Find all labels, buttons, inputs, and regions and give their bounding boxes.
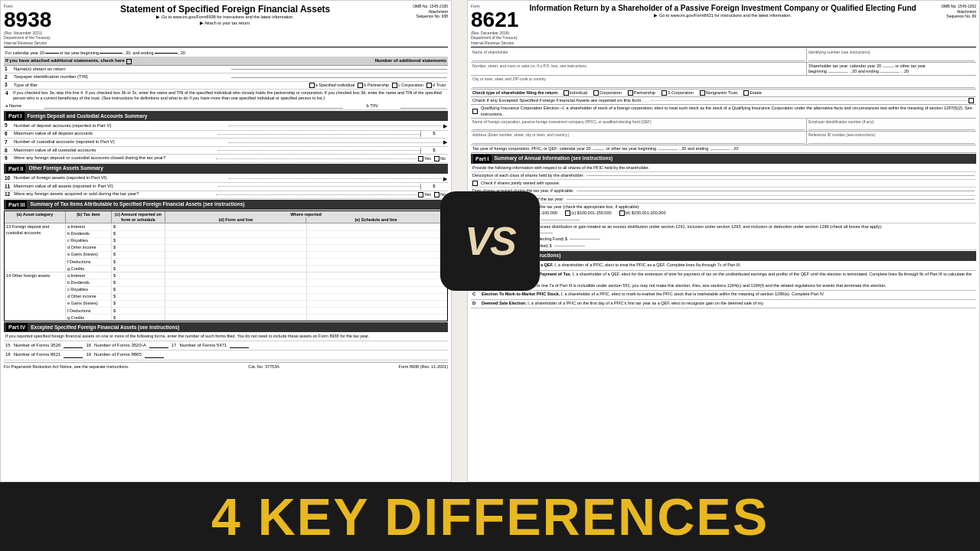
qualifying-row: Qualifying Insurance Corporation Electio… xyxy=(471,105,976,118)
corp-name-ein-row: Name of foreign corporation, passive for… xyxy=(471,119,976,132)
checkbox-12-yes[interactable] xyxy=(418,192,423,197)
year-20: , 20 xyxy=(123,51,130,56)
chk-jointly[interactable] xyxy=(472,181,478,186)
bottom-rows: 15 Number of Forms 3520 16 Number of For… xyxy=(4,341,448,351)
chk-partnership[interactable] xyxy=(628,90,633,96)
col-c-header: (c) Amount reported on form or schedule xyxy=(112,211,165,223)
row-13f: f Deductions $ xyxy=(66,259,447,266)
col-b-header: (b) Tax item xyxy=(66,211,112,223)
row-13c: c Royalties $ xyxy=(66,238,447,245)
form8938-subtitle1: ▶ Go to www.irs.gov/Form8938 for instruc… xyxy=(56,15,394,20)
checkbox-9-yes[interactable] xyxy=(418,156,423,161)
ending: , and ending xyxy=(130,51,153,56)
election-a: A Election To Treat the PFIC as a QEF. I… xyxy=(471,262,976,271)
row-13: 13 Foreign deposit and custodial account… xyxy=(5,223,447,272)
chk-estate[interactable] xyxy=(743,90,749,96)
row-4: 4 If you checked box 3a, skip this line … xyxy=(4,90,448,110)
bottom-title: 4 KEY DIFFERENCES xyxy=(211,487,769,546)
part4-desc: If you reported specified foreign financ… xyxy=(4,333,448,341)
excepted-row: Check if any Excepted Specified Foreign … xyxy=(471,97,976,106)
chk-individual[interactable] xyxy=(564,90,569,96)
checkbox-9-no[interactable] xyxy=(434,156,439,161)
calendar-row: For calendar year 20 or tax year beginni… xyxy=(4,50,448,57)
chk-nongrantor[interactable] xyxy=(700,90,705,96)
checkbox-3b[interactable] xyxy=(358,83,363,88)
check-type-row: Check type of shareholder filing the ret… xyxy=(471,90,976,97)
corp-tax-year-row: Tax year of foreign corporation, PFIC, o… xyxy=(471,145,976,153)
form8938-seq: Sequence No. 938 xyxy=(394,14,448,19)
row-1: 1 Name(s) shown on return xyxy=(4,66,448,73)
chk-scorp[interactable] xyxy=(662,90,667,96)
part1-header-8621: Part I Summary of Annual Information (se… xyxy=(471,154,976,164)
form8938-irs: Internal Revenue Service xyxy=(4,41,51,46)
row-6: 6 Maximum value of all deposit accounts … xyxy=(4,131,448,139)
part1-header: Part I Foreign Deposit and Custodial Acc… xyxy=(4,111,448,121)
checkbox-12-no[interactable] xyxy=(434,192,439,197)
part1-desc: Provide the following information with r… xyxy=(471,165,976,172)
ending-20: , 20 xyxy=(178,51,185,56)
form8938-number: 8938 xyxy=(4,9,51,31)
bottom-bar: 4 KEY DIFFERENCES xyxy=(0,482,980,551)
row-13-label: 13 Foreign deposit and custodial account… xyxy=(5,223,66,272)
checkbox-3d[interactable] xyxy=(426,83,432,88)
num-shares: Number of shares held at the end of the … xyxy=(471,196,976,204)
bottom-rows-2: 18 Number of Forms 8621 19 Number of For… xyxy=(4,350,448,360)
forms-area: Form 8938 (Rev. November 2021) Departmen… xyxy=(0,0,980,482)
row-7: 7 Number of custodial accounts (reported… xyxy=(4,139,448,147)
part4-header: Part IV Excepted Specified Foreign Finan… xyxy=(4,322,448,332)
row-13g: g Credits $ xyxy=(66,266,447,272)
part2-header-8621: Part II Elections (see instructions) xyxy=(471,251,976,261)
chk-4d[interactable] xyxy=(619,210,625,216)
form-8938: Form 8938 (Rev. November 2021) Departmen… xyxy=(0,0,452,482)
row-3-type: 3 Type of filer a Specified individual b… xyxy=(4,82,448,90)
part3-table: (a) Asset category (b) Tax item (c) Amou… xyxy=(4,210,448,321)
row-4-8621: 4 Value of shares held at the end of the… xyxy=(471,204,976,223)
form8938-subtitle2: ▶ Attach to your tax return. xyxy=(56,21,394,26)
chk-qualifying[interactable] xyxy=(472,109,478,114)
election-b: B Election To Extend Time For Payment of… xyxy=(471,271,976,291)
row-12: 12 Were any foreign assets acquired or s… xyxy=(4,191,448,199)
form8938-footer: For Paperwork Reduction Act Notice, see … xyxy=(4,362,448,371)
row-10: 10 Number of foreign assets (reported in… xyxy=(4,174,448,183)
vs-text: VS xyxy=(465,218,514,264)
chk-corporation[interactable] xyxy=(593,90,599,96)
desc-class: Description of each class of shares held… xyxy=(471,172,976,180)
chk-4c[interactable] xyxy=(565,210,570,216)
checkbox-3c[interactable] xyxy=(392,83,397,88)
row-13b: b Dividends $ xyxy=(66,231,447,238)
calendar-text: For calendar year 20 xyxy=(5,51,44,56)
row-5: 5 Number of deposit accounts (reported i… xyxy=(4,122,448,130)
row-2: 2 Taxpayer identification number (TIN) xyxy=(4,73,448,81)
num-statements-label: Number of additional statements xyxy=(375,58,446,64)
address-taxyear-row: Number, street, and room or suite no. If… xyxy=(471,63,976,77)
part2-header: Part II Other Foreign Assets Summary xyxy=(4,164,448,174)
city-row: City or town, state, and ZIP code or cou… xyxy=(471,76,976,90)
or-tax-year: or tax year beginning xyxy=(60,51,99,56)
form8621-title: Information Return by a Shareholder of a… xyxy=(523,4,923,13)
main-container: Form 8938 (Rev. November 2021) Departmen… xyxy=(0,0,980,551)
additional-statements-row: If you have attached additional statemen… xyxy=(4,57,448,66)
form8938-title: Statement of Specified Foreign Financial… xyxy=(56,4,394,15)
election-c: C Election To Mark-to-Market PFIC Stock.… xyxy=(471,291,976,300)
election-d: D Deemed Sale Election. I, a shareholder… xyxy=(471,300,976,309)
where-reported-header: Where reported (d) Form and line (e) Sch… xyxy=(165,211,447,223)
check-statements-label: If you have attached additional statemen… xyxy=(5,58,125,64)
row-14-label: 14 Other foreign assets xyxy=(5,272,66,321)
vs-badge: VS xyxy=(440,191,540,291)
address-refid-row: Address (Enter number, street, city or t… xyxy=(471,132,976,145)
row-11: 11 Maximum value of all assets (reported… xyxy=(4,183,448,191)
row-5-8621: 5 Type of PFIC and amount of any excess … xyxy=(471,223,976,250)
name-id-row: Name of shareholder Identifying number (… xyxy=(471,49,976,63)
additional-statements-checkbox[interactable] xyxy=(126,59,132,64)
col-a-header: (a) Asset category xyxy=(5,211,66,223)
form-8621: Form 8621 (Rev. December 2018) Departmen… xyxy=(467,0,980,482)
row-14: 14 Other foreign assets a Interest$ b Di… xyxy=(5,272,447,321)
checkbox-3a[interactable] xyxy=(309,83,315,88)
chk-excepted[interactable] xyxy=(969,98,974,103)
part3-header: Part III Summary of Tax Items Attributab… xyxy=(4,200,448,210)
date-acquired: Date shares acquired during the tax year… xyxy=(471,187,976,195)
row-13e: e Gains (losses) $ xyxy=(66,252,447,259)
row-8: 8 Maximum value of all custodial account… xyxy=(4,147,448,155)
jointly-owned: Check if shares jointly owned with spous… xyxy=(471,180,976,187)
row-13d: d Other income $ xyxy=(66,245,447,252)
